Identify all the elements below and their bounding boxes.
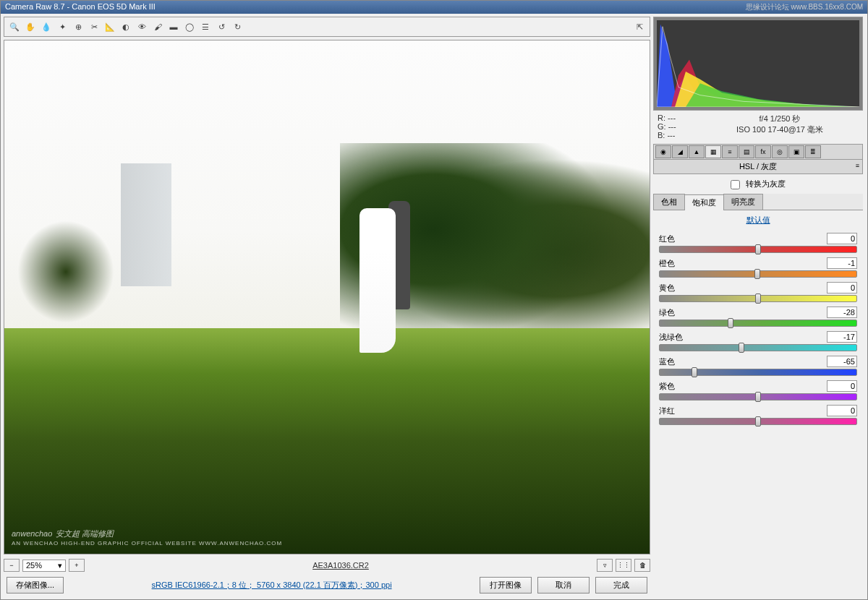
slider-value-input[interactable] (827, 233, 857, 244)
mark-button[interactable]: ▿ (597, 559, 613, 572)
panel-tab-basic[interactable]: ◉ (655, 145, 671, 158)
straighten-icon[interactable]: 📐 (103, 20, 117, 34)
rating-button[interactable]: ⋮⋮ (616, 559, 631, 572)
adjust-brush-icon[interactable]: 🖌 (150, 20, 165, 34)
slider-track[interactable] (659, 320, 857, 327)
chevron-down-icon: ▾ (58, 561, 62, 570)
slider-thumb[interactable] (692, 367, 697, 377)
grayscale-label: 转换为灰度 (746, 179, 786, 188)
grayscale-row: 转换为灰度 (653, 174, 863, 194)
delete-button[interactable]: 🗑 (634, 559, 650, 572)
slider-row-2: 黄色 (659, 282, 857, 302)
slider-row-1: 橙色 (659, 257, 857, 278)
graduated-filter-icon[interactable]: ▬ (166, 20, 181, 34)
fullscreen-icon[interactable]: ⇱ (632, 20, 647, 34)
slider-track[interactable] (659, 418, 857, 425)
slider-track[interactable] (659, 270, 857, 278)
panel-tab-tone-curve[interactable]: ◢ (672, 145, 688, 158)
open-image-button[interactable]: 打开图像 (480, 577, 532, 593)
toolbar: 🔍 ✋ 💧 ✦ ⊕ ✂ 📐 ◐ 👁 🖌 ▬ ◯ ☰ ↺ ↻ ⇱ (4, 17, 650, 37)
watermark-forum: 思缘设计论坛 www.BBS.16xx8.COM (746, 2, 863, 12)
sub-tab-0[interactable]: 色相 (653, 194, 685, 210)
panel-menu-icon[interactable]: ≡ (856, 162, 859, 169)
slider-track[interactable] (659, 246, 857, 253)
slider-value-input[interactable] (827, 405, 857, 416)
panel-tabs: ◉◢▲▦≡▤fx◎▣≣ (653, 144, 863, 160)
photo-watermark: anwenchao 安文超 高端修图 AN WENCHAO HIGH-END G… (12, 523, 282, 547)
watermark-main: anwenchao (12, 529, 52, 538)
panel-tab-detail[interactable]: ▲ (689, 145, 705, 158)
slider-thumb[interactable] (754, 269, 760, 279)
spot-removal-icon[interactable]: ◐ (119, 20, 133, 34)
zoom-in-button[interactable]: + (69, 559, 85, 572)
radial-filter-icon[interactable]: ◯ (182, 20, 197, 34)
default-link[interactable]: 默认值 (653, 210, 863, 230)
slider-value-input[interactable] (827, 257, 857, 269)
photo-building (121, 163, 171, 286)
slider-value-input[interactable] (827, 356, 857, 367)
slider-value-input[interactable] (827, 331, 857, 343)
slider-track[interactable] (659, 369, 857, 376)
panel-tab-presets[interactable]: ▣ (788, 145, 804, 158)
sub-tab-2[interactable]: 明亮度 (723, 194, 763, 210)
zoom-tool-icon[interactable]: 🔍 (7, 20, 22, 34)
photo-tree-left (17, 220, 114, 323)
panel-tab-effects[interactable]: fx (755, 145, 771, 158)
grayscale-checkbox[interactable] (731, 180, 740, 189)
slider-row-7: 洋红 (659, 405, 857, 425)
preview-bottom-bar: − 25%▾ + AE3A1036.CR2 ▿ ⋮⋮ 🗑 (4, 557, 650, 573)
slider-thumb[interactable] (728, 318, 733, 328)
cancel-button[interactable]: 取消 (537, 577, 590, 593)
slider-track[interactable] (659, 295, 857, 302)
slider-track[interactable] (659, 393, 857, 400)
color-sampler-icon[interactable]: ✦ (55, 20, 69, 34)
panel-title: HSL / 灰度 (739, 162, 777, 171)
panel-tab-lens[interactable]: ▤ (739, 145, 754, 158)
zoom-out-button[interactable]: − (4, 559, 20, 572)
slider-label: 橙色 (659, 258, 675, 269)
window-title: Camera Raw 8.7 - Canon EOS 5D Mark III (5, 2, 156, 12)
white-balance-icon[interactable]: 💧 (39, 20, 54, 34)
panel-tab-hsl[interactable]: ▦ (705, 145, 721, 158)
save-image-button[interactable]: 存储图像... (7, 577, 64, 593)
slider-thumb[interactable] (755, 392, 761, 402)
sub-tab-1[interactable]: 饱和度 (684, 194, 724, 210)
sliders-container: 红色橙色黄色绿色浅绿色蓝色紫色洋红 (653, 230, 863, 432)
panel-tab-camera[interactable]: ◎ (772, 145, 788, 158)
slider-value-input[interactable] (827, 282, 857, 293)
slider-thumb[interactable] (755, 293, 761, 304)
panel-tab-snapshots[interactable]: ≣ (805, 145, 821, 158)
photo-bride (359, 208, 396, 353)
slider-label: 绿色 (659, 307, 675, 318)
watermark-line: AN WENCHAO HIGH-END GRAPHIC OFFICIAL WEB… (12, 540, 282, 547)
target-adjust-icon[interactable]: ⊕ (71, 20, 85, 34)
rotate-cw-icon[interactable]: ↻ (230, 20, 244, 34)
slider-label: 黄色 (659, 283, 675, 293)
slider-row-3: 绿色 (659, 307, 857, 327)
main-layout: 🔍 ✋ 💧 ✦ ⊕ ✂ 📐 ◐ 👁 🖌 ▬ ◯ ☰ ↺ ↻ ⇱ (1, 14, 867, 599)
redeye-icon[interactable]: 👁 (135, 20, 149, 34)
filename-label[interactable]: AE3A1036.CR2 (88, 561, 594, 570)
slider-track[interactable] (659, 344, 857, 351)
slider-label: 洋红 (659, 406, 675, 416)
slider-thumb[interactable] (755, 244, 761, 254)
slider-value-input[interactable] (827, 307, 857, 318)
rotate-ccw-icon[interactable]: ↺ (214, 20, 229, 34)
hand-tool-icon[interactable]: ✋ (23, 20, 38, 34)
panel-tab-split-tone[interactable]: ≡ (722, 145, 738, 158)
crop-tool-icon[interactable]: ✂ (87, 20, 101, 34)
footer-bar: 存储图像... sRGB IEC61966-2.1；8 位； 5760 x 38… (4, 573, 650, 596)
done-button[interactable]: 完成 (595, 577, 647, 593)
prefs-icon[interactable]: ☰ (198, 20, 213, 34)
zoom-level-select[interactable]: 25%▾ (22, 560, 66, 572)
slider-thumb[interactable] (739, 343, 744, 353)
preview-area[interactable]: anwenchao 安文超 高端修图 AN WENCHAO HIGH-END G… (4, 40, 650, 554)
exif-aperture-shutter: f/4 1/250 秒 (701, 113, 859, 124)
histogram[interactable] (657, 20, 859, 107)
slider-value-input[interactable] (827, 380, 857, 392)
b-value: B: --- (658, 131, 701, 140)
slider-row-4: 浅绿色 (659, 331, 857, 351)
slider-thumb[interactable] (755, 416, 761, 427)
workflow-options-link[interactable]: sRGB IEC61966-2.1；8 位； 5760 x 3840 (22.1… (69, 580, 474, 591)
photo-grass (4, 328, 650, 554)
